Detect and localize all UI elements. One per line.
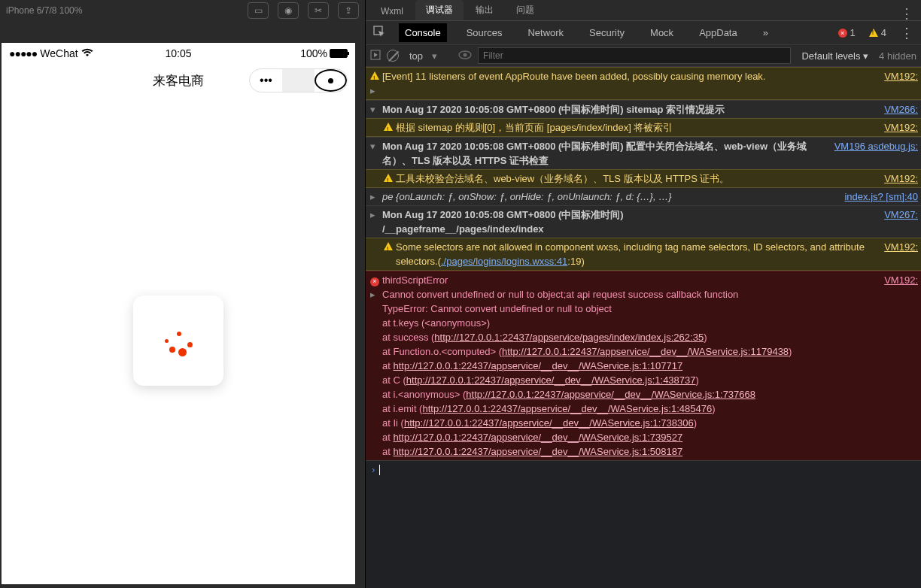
- signal-icon: ●●●●●: [9, 47, 37, 59]
- console-prompt[interactable]: ›: [366, 460, 921, 478]
- log-message: Mon Aug 17 2020 10:05:08 GMT+0800 (中国标准时…: [382, 139, 831, 168]
- stack-link[interactable]: http://127.0.0.1:22437/appservice/__dev_…: [422, 403, 712, 414]
- stack-link[interactable]: http://127.0.0.1:22437/appservice/pages/…: [434, 332, 704, 343]
- log-source-link[interactable]: VM192:: [884, 171, 918, 186]
- live-expression-icon[interactable]: [458, 50, 472, 62]
- log-message: [Event] 11 listeners of event AppRoute h…: [382, 69, 881, 98]
- prompt-icon: ›: [372, 464, 375, 475]
- collapse-icon[interactable]: ▾: [370, 102, 379, 117]
- simulator-body[interactable]: [2, 97, 355, 584]
- subtab-appdata[interactable]: AppData: [693, 23, 743, 42]
- log-source-link[interactable]: index.js? [sm]:40: [844, 189, 918, 204]
- battery-percent: 100%: [300, 47, 327, 59]
- log-levels-dropdown[interactable]: Default levels ▾: [797, 49, 873, 63]
- warning-row-icon: [384, 120, 393, 135]
- simulator-toolbar: iPhone 6/7/8 100% ▭ ◉ ✂ ⇪: [0, 0, 365, 20]
- tabs-more-icon[interactable]: ⋮: [892, 7, 921, 20]
- error-count-badge[interactable]: × 1: [838, 27, 856, 38]
- loading-spinner: [133, 296, 223, 386]
- log-source-link[interactable]: VM192:: [884, 240, 918, 268]
- expand-icon[interactable]: ▸: [370, 208, 379, 236]
- log-message: thirdScriptError Cannot convert undefine…: [382, 273, 881, 459]
- log-info[interactable]: ▸ pe {onLaunch: ƒ, onShow: ƒ, onHide: ƒ,…: [366, 188, 921, 205]
- clear-console-icon[interactable]: [387, 50, 399, 62]
- warning-icon: [869, 29, 878, 37]
- stack-link[interactable]: http://127.0.0.1:22437/appservice/__dev_…: [466, 389, 755, 400]
- log-inline-link[interactable]: ./pages/logins/logins.wxss:41: [441, 256, 567, 267]
- screenshot-icon[interactable]: ▭: [248, 2, 269, 19]
- log-source-link[interactable]: VM266:: [884, 102, 918, 117]
- collapse-icon[interactable]: ▾: [370, 139, 379, 168]
- warning-count: 4: [881, 27, 886, 38]
- log-message: 根据 sitemap 的规则[0]，当前页面 [pages/index/inde…: [396, 120, 881, 135]
- page-title: 来客电商: [153, 72, 204, 89]
- expand-icon[interactable]: ▸: [370, 69, 379, 98]
- log-message: pe {onLaunch: ƒ, onShow: ƒ, onHide: ƒ, o…: [382, 189, 841, 204]
- error-icon: ×: [838, 29, 847, 38]
- stack-link[interactable]: http://127.0.0.1:22437/appservice/__dev_…: [406, 374, 696, 386]
- capsule-menu-icon[interactable]: •••: [250, 69, 282, 92]
- console-toolbar: top ▾ Default levels ▾ 4 hidden: [366, 44, 921, 67]
- subtab-network[interactable]: Network: [521, 23, 570, 42]
- log-source-link[interactable]: VM192:: [884, 120, 918, 135]
- status-bar: ●●●●● WeChat 10:05 100%: [2, 43, 355, 64]
- simulator[interactable]: ●●●●● WeChat 10:05 100% 来客电商: [2, 43, 355, 584]
- clock-label: 10:05: [122, 47, 235, 59]
- log-source-link[interactable]: VM196 asdebug.js:: [834, 139, 918, 168]
- log-source-link[interactable]: VM192:: [884, 273, 918, 459]
- subtab-mock[interactable]: Mock: [644, 23, 679, 42]
- warning-count-badge[interactable]: 4: [869, 27, 886, 38]
- log-group[interactable]: ▸ Mon Aug 17 2020 10:05:08 GMT+0800 (中国标…: [366, 205, 921, 238]
- subtab-sources[interactable]: Sources: [460, 23, 509, 42]
- stack-link[interactable]: http://127.0.0.1:22437/appservice/__dev_…: [393, 360, 682, 371]
- svg-point-3: [464, 53, 467, 56]
- log-group[interactable]: ▾ Mon Aug 17 2020 10:05:08 GMT+0800 (中国标…: [366, 100, 921, 118]
- root: iPhone 6/7/8 100% ▭ ◉ ✂ ⇪ ●●●●● WeChat: [0, 0, 921, 588]
- tab-issues[interactable]: 问题: [506, 0, 545, 20]
- hidden-count[interactable]: 4 hidden: [879, 50, 916, 62]
- error-row-icon[interactable]: × ▸: [370, 273, 379, 459]
- log-message: Some selectors are not allowed in compon…: [396, 240, 881, 268]
- log-warning[interactable]: 工具未校验合法域名、web-view（业务域名）、TLS 版本以及 HTTPS …: [366, 169, 921, 188]
- devtools-panel: Wxml 调试器 输出 问题 ⋮ Console Sources Network…: [365, 0, 921, 588]
- filter-input[interactable]: [478, 47, 791, 64]
- record-icon[interactable]: ◉: [278, 2, 299, 19]
- scope-dropdown-icon[interactable]: ▾: [432, 50, 437, 62]
- stack-link[interactable]: http://127.0.0.1:22437/appservice/__dev_…: [393, 432, 682, 443]
- log-group[interactable]: ▾ Mon Aug 17 2020 10:05:08 GMT+0800 (中国标…: [366, 137, 921, 169]
- subtab-more[interactable]: »: [757, 23, 774, 42]
- log-message: Mon Aug 17 2020 10:05:08 GMT+0800 (中国标准时…: [382, 208, 881, 236]
- simulator-wrap: ●●●●● WeChat 10:05 100% 来客电商: [0, 20, 365, 588]
- device-selector[interactable]: iPhone 6/7/8 100%: [6, 5, 248, 16]
- capsule-close-icon[interactable]: [315, 69, 347, 92]
- console-log[interactable]: ▸ [Event] 11 listeners of event AppRoute…: [366, 67, 921, 460]
- tab-debugger[interactable]: 调试器: [415, 0, 464, 20]
- subtab-security[interactable]: Security: [583, 23, 631, 42]
- warning-row-icon: [384, 171, 393, 186]
- log-warning[interactable]: ▸ [Event] 11 listeners of event AppRoute…: [366, 67, 921, 100]
- log-warning[interactable]: Some selectors are not allowed in compon…: [366, 238, 921, 271]
- subtab-console[interactable]: Console: [399, 23, 447, 42]
- tab-output[interactable]: 输出: [465, 0, 504, 20]
- log-source-link[interactable]: VM192:: [884, 69, 918, 98]
- devtools-subtabs: Console Sources Network Security Mock Ap…: [366, 20, 921, 44]
- log-error[interactable]: × ▸ thirdScriptError Cannot convert unde…: [366, 271, 921, 460]
- stack-link[interactable]: http://127.0.0.1:22437/appservice/__dev_…: [393, 446, 682, 457]
- stack-link[interactable]: http://127.0.0.1:22437/appservice/__dev_…: [404, 417, 694, 429]
- inspect-icon[interactable]: [373, 26, 385, 40]
- share-icon[interactable]: ⇪: [338, 2, 359, 19]
- cut-icon[interactable]: ✂: [308, 2, 329, 19]
- nav-bar: 来客电商 •••: [2, 64, 355, 97]
- play-icon[interactable]: [370, 50, 381, 62]
- left-panel: iPhone 6/7/8 100% ▭ ◉ ✂ ⇪ ●●●●● WeChat: [0, 0, 365, 588]
- log-warning[interactable]: 根据 sitemap 的规则[0]，当前页面 [pages/index/inde…: [366, 118, 921, 137]
- devtools-settings-icon[interactable]: ⋮: [900, 25, 913, 41]
- carrier-label: WeChat: [40, 47, 78, 59]
- warning-row-icon: [384, 240, 393, 268]
- log-source-link[interactable]: VM267:: [884, 208, 918, 236]
- stack-link[interactable]: http://127.0.0.1:22437/appservice/__dev_…: [502, 346, 789, 357]
- prompt-cursor: [379, 465, 380, 475]
- tab-wxml[interactable]: Wxml: [370, 2, 414, 20]
- wifi-icon: [81, 47, 93, 59]
- expand-icon[interactable]: ▸: [370, 189, 379, 204]
